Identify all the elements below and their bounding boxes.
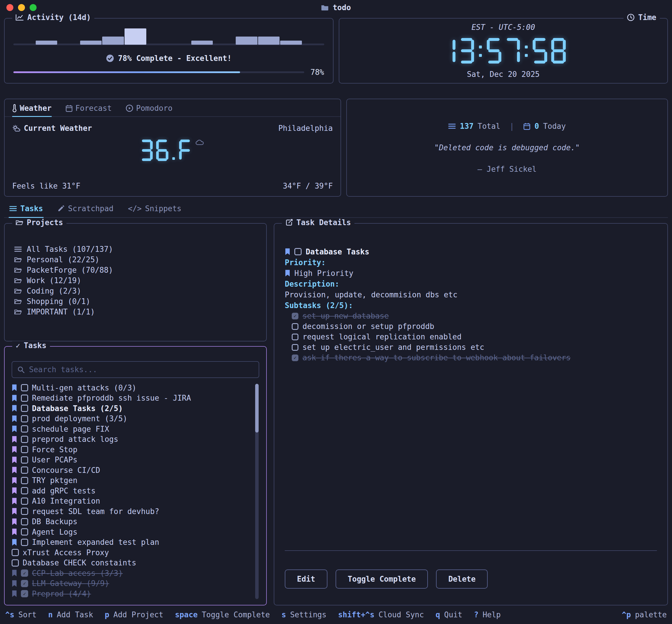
toggle-complete-button[interactable]: Toggle Complete bbox=[335, 569, 428, 589]
list-icon bbox=[9, 205, 17, 212]
task-row[interactable]: A10 Integration bbox=[11, 496, 251, 506]
task-row[interactable]: LLM Gateway (9/9) bbox=[11, 578, 251, 589]
task-checkbox[interactable] bbox=[21, 528, 28, 536]
search-input[interactable] bbox=[28, 365, 253, 374]
close-window-button[interactable] bbox=[6, 4, 14, 11]
task-label: DB Backups bbox=[32, 517, 77, 526]
app-window: todo Activity (14d) 78% Complete - Excel… bbox=[0, 0, 672, 624]
task-row[interactable]: prod deployment (3/5) bbox=[11, 414, 251, 424]
task-checkbox[interactable] bbox=[21, 487, 28, 494]
task-checkbox[interactable] bbox=[294, 248, 302, 255]
zoom-window-button[interactable] bbox=[30, 4, 36, 11]
task-checkbox[interactable] bbox=[21, 508, 28, 515]
tasks-panel: ✓ Tasks Multi-gen attacks (0/3) Remediat… bbox=[4, 346, 267, 605]
task-row[interactable]: Database Tasks (2/5) bbox=[11, 403, 251, 414]
project-item-packetforge[interactable]: PacketForge (70/88) bbox=[14, 265, 257, 275]
city-label: Philadelphia bbox=[278, 124, 333, 133]
subtask-label: set up new database bbox=[302, 312, 389, 320]
task-counters: 137 Total | 0 Today bbox=[448, 122, 566, 131]
task-row[interactable]: DB Backups bbox=[11, 517, 251, 527]
thermometer-icon bbox=[12, 104, 17, 112]
task-checkbox[interactable] bbox=[21, 415, 28, 422]
current-weather-title: Current Weather bbox=[24, 124, 92, 133]
project-item-all[interactable]: All Tasks (107/137) bbox=[14, 244, 257, 254]
task-row[interactable]: TRY pktgen bbox=[11, 475, 251, 486]
task-row[interactable]: request SDL team for devhub? bbox=[11, 506, 251, 517]
minimize-window-button[interactable] bbox=[18, 4, 25, 11]
task-row[interactable]: Multi-gen attacks (0/3) bbox=[11, 383, 251, 393]
task-checkbox[interactable] bbox=[21, 456, 28, 464]
window-title-text: todo bbox=[333, 3, 351, 12]
weather-tab-pomodoro[interactable]: Pomodoro bbox=[126, 104, 172, 117]
task-row[interactable]: Concourse CI/CD bbox=[11, 465, 251, 475]
subtask-checkbox[interactable] bbox=[292, 323, 298, 330]
task-checkbox[interactable] bbox=[21, 477, 28, 484]
statusbar-hint: ^s Sort bbox=[5, 610, 36, 619]
delete-button[interactable]: Delete bbox=[436, 569, 488, 589]
edit-button[interactable]: Edit bbox=[285, 569, 327, 589]
task-row[interactable]: Implement expanded test plan bbox=[11, 537, 251, 548]
task-row[interactable]: preprod attack logs bbox=[11, 434, 251, 445]
subtask-row[interactable]: set up new database bbox=[292, 311, 657, 321]
main-tabs: Tasks Scratchpad </> Snippets bbox=[4, 203, 668, 218]
search-box[interactable] bbox=[11, 361, 259, 378]
bookmark-icon bbox=[11, 539, 17, 546]
task-checkbox[interactable] bbox=[11, 559, 19, 567]
task-checkbox[interactable] bbox=[21, 518, 28, 525]
folder-open-icon bbox=[14, 267, 23, 273]
task-row[interactable]: add gRPC tests bbox=[11, 486, 251, 496]
task-row[interactable]: Preprod (4/4) bbox=[11, 589, 251, 599]
task-checkbox[interactable] bbox=[21, 569, 28, 577]
task-row[interactable]: Database CHECK constaints bbox=[11, 558, 251, 568]
statusbar-hint: ? Help bbox=[474, 610, 501, 619]
task-checkbox[interactable] bbox=[11, 549, 19, 556]
tab-tasks[interactable]: Tasks bbox=[9, 203, 44, 218]
task-row[interactable]: Remediate pfproddb ssh issue - JIRA bbox=[11, 393, 251, 404]
task-checkbox[interactable] bbox=[21, 384, 28, 391]
task-label: Database Tasks (2/5) bbox=[32, 404, 123, 413]
project-item-shopping[interactable]: Shopping (0/1) bbox=[14, 296, 257, 307]
subtask-label: request logical replication enabled bbox=[302, 333, 462, 341]
subtask-row[interactable]: set up electric_user and permissions etc bbox=[292, 342, 657, 353]
task-checkbox[interactable] bbox=[21, 425, 28, 433]
subtask-row[interactable]: decomission or setup pfproddb bbox=[292, 321, 657, 332]
task-checkbox[interactable] bbox=[21, 590, 28, 597]
task-checkbox[interactable] bbox=[21, 436, 28, 443]
task-checkbox[interactable] bbox=[21, 466, 28, 474]
task-row[interactable]: CCP-Lab access (3/3) bbox=[11, 568, 251, 578]
task-checkbox[interactable] bbox=[21, 497, 28, 505]
tab-snippets[interactable]: </> Snippets bbox=[127, 203, 182, 218]
bookmark-icon bbox=[285, 248, 290, 255]
traffic-lights bbox=[6, 4, 36, 11]
task-row[interactable]: Force Stop bbox=[11, 444, 251, 455]
task-row[interactable]: schedule page FIX bbox=[11, 424, 251, 434]
subtask-checkbox[interactable] bbox=[292, 355, 298, 361]
scrollbar-thumb[interactable] bbox=[255, 384, 259, 433]
weather-tab-weather[interactable]: Weather bbox=[12, 104, 52, 117]
project-item-personal[interactable]: Personal (22/25) bbox=[14, 254, 257, 265]
task-checkbox[interactable] bbox=[21, 446, 28, 453]
task-row[interactable]: User PCAPs bbox=[11, 455, 251, 465]
weather-tab-forecast[interactable]: Forecast bbox=[66, 104, 112, 117]
folder-icon bbox=[321, 4, 329, 11]
activity-chart-icon bbox=[16, 14, 24, 21]
project-item-coding[interactable]: Coding (2/3) bbox=[14, 286, 257, 296]
task-checkbox[interactable] bbox=[21, 539, 28, 546]
subtask-row[interactable]: ask if theres a way to subscribe to webh… bbox=[292, 353, 657, 363]
project-item-work[interactable]: Work (12/19) bbox=[14, 275, 257, 286]
activity-status-text: 78% Complete - Excellent! bbox=[118, 54, 232, 63]
task-checkbox[interactable] bbox=[21, 405, 28, 412]
task-row[interactable]: xTrust Access Proxy bbox=[11, 547, 251, 558]
subtask-checkbox[interactable] bbox=[292, 344, 298, 351]
scrollbar[interactable] bbox=[255, 384, 259, 599]
task-checkbox[interactable] bbox=[21, 580, 28, 587]
task-row[interactable]: Agent Logs bbox=[11, 527, 251, 537]
subtask-checkbox[interactable] bbox=[292, 334, 298, 340]
task-checkbox[interactable] bbox=[21, 394, 28, 402]
project-item-important[interactable]: IMPORTANT (1/1) bbox=[14, 307, 257, 317]
subtask-checkbox[interactable] bbox=[292, 313, 298, 319]
tab-scratchpad[interactable]: Scratchpad bbox=[57, 203, 114, 218]
subtask-row[interactable]: request logical replication enabled bbox=[292, 332, 657, 342]
task-title: Database Tasks bbox=[306, 248, 369, 256]
check-icon: ✓ bbox=[16, 341, 20, 350]
